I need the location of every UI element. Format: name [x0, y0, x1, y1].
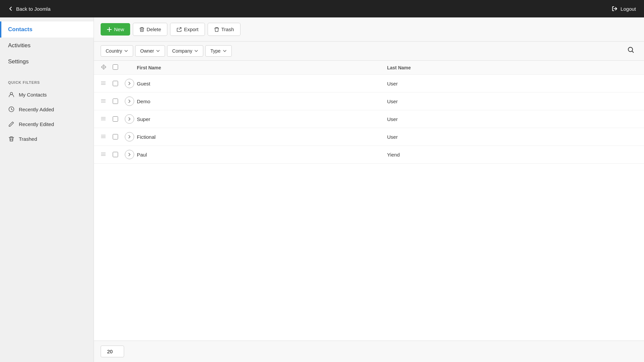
sidebar-item-contacts[interactable]: Contacts — [0, 21, 94, 38]
row-checkbox[interactable] — [113, 152, 118, 157]
page-size-input[interactable] — [101, 346, 124, 357]
type-filter[interactable]: Type — [205, 45, 231, 57]
trash-button[interactable]: Trash — [208, 23, 240, 36]
arrow-left-icon — [8, 6, 13, 11]
row-navigate-button[interactable] — [125, 114, 134, 124]
row-checkbox[interactable] — [113, 134, 118, 139]
chevron-right-icon — [127, 135, 131, 139]
main-wrapper: Contacts Activities Settings QUICK FILTE… — [0, 17, 644, 362]
row-arrow-cell[interactable] — [125, 79, 137, 88]
type-chevron-icon — [223, 49, 227, 53]
table-row: Guest User — [94, 75, 644, 93]
row-check-cell[interactable] — [113, 99, 125, 104]
contacts-table: Guest User Demo User — [94, 75, 644, 341]
row-check-cell[interactable] — [113, 116, 125, 122]
search-icon — [627, 46, 635, 54]
row-check-cell[interactable] — [113, 81, 125, 86]
row-arrow-cell[interactable] — [125, 114, 137, 124]
new-button[interactable]: New — [101, 23, 130, 36]
drag-icon — [101, 116, 106, 121]
delete-button[interactable]: Delete — [133, 23, 167, 36]
row-navigate-button[interactable] — [125, 79, 134, 88]
chevron-right-icon — [127, 99, 131, 103]
filter-recently-edited[interactable]: Recently Edited — [0, 117, 94, 131]
owner-filter[interactable]: Owner — [135, 45, 165, 57]
filter-trashed-label: Trashed — [19, 136, 37, 142]
owner-filter-label: Owner — [140, 48, 154, 54]
table-row: Paul Yiend — [94, 146, 644, 164]
plus-icon — [107, 27, 112, 32]
row-checkbox[interactable] — [113, 81, 118, 86]
last-name-cell: User — [387, 116, 637, 122]
new-button-label: New — [114, 26, 124, 32]
sidebar-item-activities[interactable]: Activities — [0, 38, 94, 54]
trash-button-label: Trash — [221, 26, 234, 32]
filter-my-contacts[interactable]: My Contacts — [0, 87, 94, 102]
filter-trashed[interactable]: Trashed — [0, 131, 94, 146]
back-to-joomla-button[interactable]: Back to Joomla — [8, 6, 51, 12]
drag-handle-cell — [101, 98, 113, 105]
country-filter[interactable]: Country — [101, 45, 133, 57]
export-icon — [176, 27, 182, 32]
header-check-col[interactable] — [113, 64, 125, 71]
move-icon — [101, 64, 107, 70]
table-row: Fictional User — [94, 128, 644, 146]
last-name-header: Last Name — [387, 65, 637, 70]
logout-icon — [612, 6, 618, 12]
country-filter-label: Country — [106, 48, 122, 54]
trash-icon — [8, 135, 15, 142]
sidebar: Contacts Activities Settings QUICK FILTE… — [0, 17, 94, 362]
row-checkbox[interactable] — [113, 116, 118, 122]
logout-button[interactable]: Logout — [612, 6, 636, 12]
sidebar-activities-label: Activities — [8, 42, 31, 49]
drag-handle-cell — [101, 116, 113, 122]
sidebar-settings-label: Settings — [8, 58, 29, 65]
drag-handle-cell — [101, 152, 113, 158]
delete-button-label: Delete — [147, 26, 161, 32]
filter-recently-added[interactable]: Recently Added — [0, 102, 94, 117]
company-filter[interactable]: Company — [167, 45, 203, 57]
first-name-cell: Paul — [137, 152, 387, 158]
first-name-cell: Fictional — [137, 134, 387, 140]
logout-label: Logout — [621, 6, 636, 12]
row-arrow-cell[interactable] — [125, 150, 137, 159]
company-chevron-icon — [194, 49, 198, 53]
row-arrow-cell[interactable] — [125, 97, 137, 106]
drag-col-header — [101, 64, 113, 71]
row-navigate-button[interactable] — [125, 97, 134, 106]
chevron-right-icon — [127, 117, 131, 121]
table-header: First Name Last Name — [94, 61, 644, 75]
drag-icon — [101, 98, 106, 104]
trash-btn-icon — [214, 27, 219, 32]
row-arrow-cell[interactable] — [125, 132, 137, 141]
quick-filters-title: QUICK FILTERS — [0, 74, 94, 87]
type-filter-label: Type — [210, 48, 220, 54]
export-button[interactable]: Export — [170, 23, 205, 36]
filter-my-contacts-label: My Contacts — [19, 92, 47, 98]
row-check-cell[interactable] — [113, 134, 125, 139]
chevron-right-icon — [127, 81, 131, 85]
drag-handle-cell — [101, 134, 113, 140]
row-navigate-button[interactable] — [125, 150, 134, 159]
filter-bar: Country Owner Company Type — [94, 42, 644, 61]
search-button[interactable] — [625, 45, 637, 57]
last-name-cell: User — [387, 134, 637, 140]
row-check-cell[interactable] — [113, 152, 125, 157]
last-name-cell: User — [387, 99, 637, 104]
first-name-cell: Demo — [137, 99, 387, 104]
drag-icon — [101, 80, 106, 86]
filter-recently-edited-label: Recently Edited — [19, 121, 54, 127]
drag-icon — [101, 134, 106, 139]
first-name-header: First Name — [137, 65, 387, 70]
first-name-cell: Guest — [137, 81, 387, 86]
sidebar-item-settings[interactable]: Settings — [0, 54, 94, 70]
sidebar-contacts-label: Contacts — [8, 26, 33, 33]
table-row: Super User — [94, 110, 644, 128]
select-all-checkbox[interactable] — [113, 64, 118, 70]
content-area: New Delete Export Trash — [94, 17, 644, 362]
last-name-cell: User — [387, 81, 637, 86]
row-checkbox[interactable] — [113, 99, 118, 104]
row-navigate-button[interactable] — [125, 132, 134, 141]
person-icon — [8, 91, 15, 98]
company-filter-label: Company — [172, 48, 192, 54]
